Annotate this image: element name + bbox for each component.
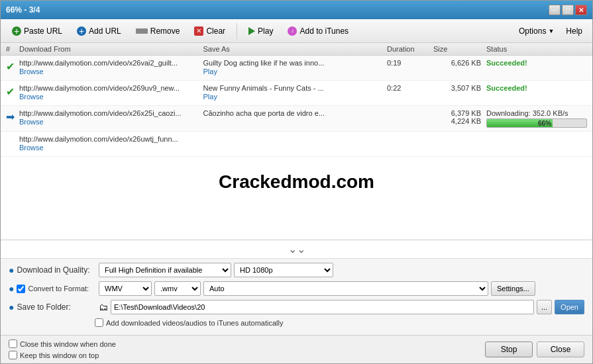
status-cell-3: Downloading: 352.0 KB/s 66% <box>484 108 590 129</box>
saveas-text-1: Guilty Dog acting like if he was inno... <box>203 59 382 67</box>
folder-browse-button[interactable]: ... <box>537 300 552 314</box>
size-cell-1: 6,626 KB <box>431 58 484 68</box>
col-save-as: Save As <box>201 45 385 53</box>
quality-hd-select[interactable]: HD 1080p <box>234 263 333 277</box>
format-select[interactable]: WMV <box>99 281 152 296</box>
progress-percent: 66% <box>538 120 551 127</box>
browse-link-2[interactable]: Browse <box>19 93 44 101</box>
url-text-1: http://www.dailymotion.com/video/x26vai2… <box>19 59 198 67</box>
folder-path-input[interactable] <box>111 300 534 314</box>
saveas-text-3: Cãozinho acha que porta de vidro e... <box>203 109 382 117</box>
convert-row: ● Convert to Format: WMV .wmv Auto Setti… <box>9 281 584 296</box>
status-succeeded-2: Succeeded! <box>486 84 527 92</box>
size-cell-2: 3,507 KB <box>431 83 484 93</box>
minimize-button[interactable]: ─ <box>549 5 561 15</box>
col-size: Size <box>431 45 484 53</box>
table-row: ✔ http://www.dailymotion.com/video/x26va… <box>1 56 592 81</box>
status-icon-success: ✔ <box>3 58 17 73</box>
add-to-itunes-button[interactable]: ♪ Add to iTunes <box>282 23 354 39</box>
close-button[interactable]: Close <box>537 341 584 357</box>
itunes-auto-label[interactable]: Add downloaded videos/audios to iTunes a… <box>95 318 283 327</box>
convert-label: Convert to Format: <box>28 285 89 293</box>
duration-cell-4 <box>384 134 431 136</box>
url-cell-3: http://www.dailymotion.com/video/x26x25i… <box>17 108 201 128</box>
browse-link-1[interactable]: Browse <box>19 68 44 75</box>
play-link-2[interactable]: Play <box>203 93 217 101</box>
ext-select[interactable]: .wmv <box>154 281 201 296</box>
status-icon-success-2: ✔ <box>3 83 17 98</box>
clear-icon: ✕ <box>194 26 203 36</box>
maximize-button[interactable]: □ <box>562 5 574 15</box>
options-dropdown-icon: ▼ <box>548 28 554 34</box>
settings-button[interactable]: Settings... <box>491 281 535 296</box>
convert-checkbox[interactable] <box>17 285 25 293</box>
duration-cell-1: 0:19 <box>384 58 431 68</box>
itunes-icon: ♪ <box>288 26 297 36</box>
status-icon-waiting <box>3 134 17 136</box>
saveas-cell-3: Cãozinho acha que porta de vidro e... <box>201 108 385 118</box>
clear-label: Clear <box>206 26 225 36</box>
close-window-checkbox[interactable] <box>9 340 17 348</box>
window-title: 66% - 3/4 <box>6 5 40 15</box>
url-text-2: http://www.dailymotion.com/video/x269uv9… <box>19 84 198 92</box>
folder-row: ● Save to Folder: 🗂 ... Open <box>9 300 584 314</box>
download-list: # Download From Save As Duration Size St… <box>1 43 592 240</box>
bottom-right: Stop Close <box>485 341 584 357</box>
clear-button[interactable]: ✕ Clear <box>188 23 231 39</box>
toolbar: + Paste URL + Add URL Remove ✕ Clear Pla… <box>1 19 592 43</box>
quality-label: Download in Quality: <box>17 265 89 275</box>
folder-label-section: ● Save to Folder: <box>9 302 95 312</box>
help-button[interactable]: Help <box>561 24 587 38</box>
play-button[interactable]: Play <box>243 23 279 39</box>
convert-controls: WMV .wmv Auto Settings... <box>99 281 584 296</box>
main-window: Crackedmod.com 66% - 3/4 ─ □ ✕ + Paste U… <box>0 0 593 364</box>
progress-bar-container: 66% <box>486 118 587 128</box>
paste-url-icon: + <box>12 26 21 36</box>
size-cell-3: 6,379 KB 4,224 KB <box>431 108 484 126</box>
encoder-select[interactable]: Auto <box>203 281 488 296</box>
quality-select[interactable]: Full High Definition if available <box>99 263 231 277</box>
itunes-auto-checkbox[interactable] <box>95 318 103 327</box>
browse-link-3[interactable]: Browse <box>19 118 44 126</box>
play-icon <box>248 27 255 35</box>
url-cell-4: http://www.dailymotion.com/video/x26uwtj… <box>17 134 201 154</box>
close-window-button[interactable]: ✕ <box>575 5 587 15</box>
add-url-label: Add URL <box>89 26 121 36</box>
toolbar-right: Options ▼ Help <box>514 24 587 38</box>
table-header: # Download From Save As Duration Size St… <box>1 43 592 56</box>
size-cell-4 <box>431 134 484 136</box>
status-cell-4 <box>484 134 590 136</box>
add-url-button[interactable]: + Add URL <box>71 23 127 39</box>
close-window-text: Close this window when done <box>20 340 116 348</box>
remove-button[interactable]: Remove <box>130 23 186 39</box>
saveas-cell-2: New Funny Animals - Funny Cats - ... Pla… <box>201 83 385 103</box>
quality-row: ● Download in Quality: Full High Definit… <box>9 263 584 277</box>
remove-label: Remove <box>150 26 180 36</box>
stop-button[interactable]: Stop <box>485 341 533 357</box>
duration-cell-2: 0:22 <box>384 83 431 93</box>
remove-icon <box>136 28 148 34</box>
duration-cell-3 <box>384 108 431 111</box>
options-label: Options <box>519 26 546 36</box>
col-duration: Duration <box>384 45 431 53</box>
close-window-label[interactable]: Close this window when done <box>9 340 116 348</box>
folder-icon: 🗂 <box>99 302 108 312</box>
keep-on-top-checkbox[interactable] <box>9 351 17 359</box>
paste-url-button[interactable]: + Paste URL <box>6 23 68 39</box>
status-cell-1: Succeeded! <box>484 58 590 68</box>
url-cell-2: http://www.dailymotion.com/video/x269uv9… <box>17 83 201 103</box>
table-row: http://www.dailymotion.com/video/x26uwtj… <box>1 132 592 157</box>
quality-bullet: ● <box>9 265 14 275</box>
convert-checkbox-label[interactable]: Convert to Format: <box>17 285 89 293</box>
keep-on-top-label[interactable]: Keep this window on top <box>9 351 116 359</box>
itunes-row: Add downloaded videos/audios to iTunes a… <box>95 318 584 327</box>
folder-open-button[interactable]: Open <box>555 300 584 314</box>
paste-url-label: Paste URL <box>24 26 62 36</box>
col-download-from: Download From <box>17 45 201 53</box>
add-url-icon: + <box>77 26 86 36</box>
options-button[interactable]: Options ▼ <box>514 24 559 38</box>
folder-bullet: ● <box>9 302 14 312</box>
title-controls: ─ □ ✕ <box>549 5 587 15</box>
play-link-1[interactable]: Play <box>203 68 217 75</box>
browse-link-4[interactable]: Browse <box>19 144 44 152</box>
